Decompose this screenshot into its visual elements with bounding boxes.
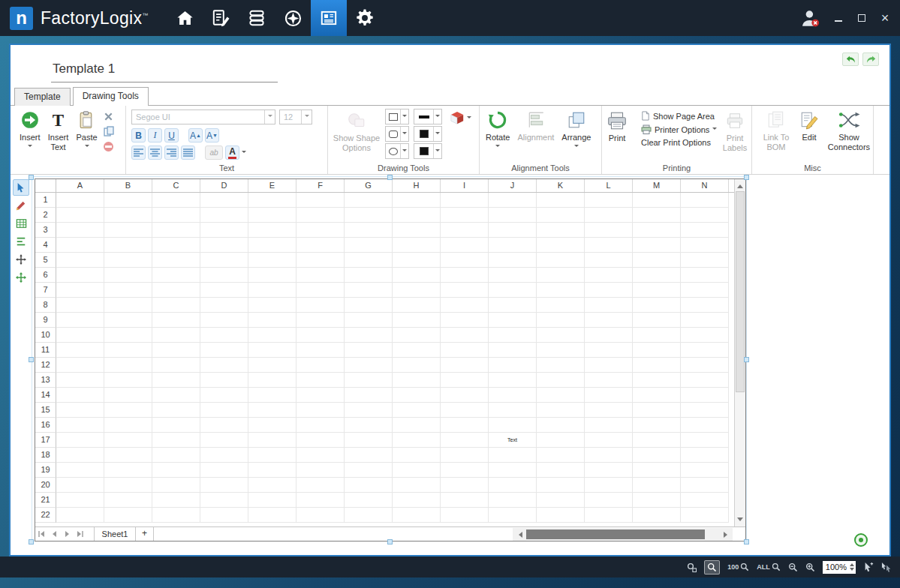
prev-sheet-button[interactable] — [48, 527, 61, 541]
row-header-8[interactable]: 8 — [35, 298, 56, 313]
zoom-out-button[interactable] — [788, 562, 798, 572]
cell-C9[interactable] — [152, 313, 200, 328]
cell-D7[interactable] — [200, 283, 248, 298]
cell-G15[interactable] — [345, 403, 393, 418]
cell-I12[interactable] — [441, 358, 489, 373]
align-left-button[interactable] — [131, 146, 146, 160]
cell-B12[interactable] — [104, 358, 152, 373]
column-header-K[interactable]: K — [537, 179, 585, 192]
horizontal-scrollbar[interactable] — [513, 528, 733, 541]
redo-button[interactable] — [862, 52, 879, 66]
first-sheet-button[interactable] — [35, 527, 48, 541]
cell-J13[interactable] — [489, 373, 537, 388]
cell-J4[interactable] — [489, 238, 537, 253]
cell-K4[interactable] — [537, 238, 585, 253]
cell-E2[interactable] — [248, 208, 296, 223]
text-object[interactable]: Text — [489, 433, 537, 448]
cell-G14[interactable] — [345, 388, 393, 403]
cell-K19[interactable] — [537, 463, 585, 478]
row-header-15[interactable]: 15 — [35, 403, 56, 418]
column-header-J[interactable]: J — [489, 179, 537, 192]
cell-C18[interactable] — [152, 448, 200, 463]
cell-I22[interactable] — [441, 508, 489, 523]
cell-L16[interactable] — [585, 418, 633, 433]
cell-B22[interactable] — [104, 508, 152, 523]
cell-C16[interactable] — [152, 418, 200, 433]
shrink-font-button[interactable]: A▼ — [205, 128, 219, 142]
grow-font-button[interactable]: A▲ — [188, 128, 203, 142]
cell-M5[interactable] — [633, 253, 681, 268]
cell-B3[interactable] — [104, 223, 152, 238]
select-all-corner[interactable] — [35, 179, 56, 192]
row-header-11[interactable]: 11 — [35, 343, 56, 358]
cell-L1[interactable] — [585, 193, 633, 208]
cell-J11[interactable] — [489, 343, 537, 358]
column-header-C[interactable]: C — [152, 179, 200, 192]
spreadsheet[interactable]: ABCDEFGHIJKLMN 1234567891011121314151617… — [35, 178, 746, 542]
user-logout-icon[interactable] — [799, 7, 821, 29]
cell-N7[interactable] — [681, 283, 729, 298]
cell-I6[interactable] — [441, 268, 489, 283]
cell-M11[interactable] — [633, 343, 681, 358]
cell-C5[interactable] — [152, 253, 200, 268]
cell-N16[interactable] — [681, 418, 729, 433]
cell-F15[interactable] — [296, 403, 345, 418]
rectangle-shape-select[interactable] — [385, 109, 409, 124]
template-title-field[interactable]: Template 1 — [51, 60, 278, 82]
insert-button[interactable]: Insert — [20, 109, 41, 149]
cell-F11[interactable] — [296, 343, 345, 358]
cell-E10[interactable] — [248, 328, 296, 343]
cell-L4[interactable] — [585, 238, 633, 253]
cell-B1[interactable] — [104, 193, 152, 208]
cell-J2[interactable] — [489, 208, 537, 223]
cell-C8[interactable] — [152, 298, 200, 313]
column-header-F[interactable]: F — [296, 179, 345, 192]
cell-A6[interactable] — [56, 268, 104, 283]
cell-M17[interactable] — [633, 433, 681, 448]
font-family-dropdown-arrow[interactable] — [264, 110, 275, 124]
cell-E13[interactable] — [248, 373, 296, 388]
bold-button[interactable]: B — [131, 128, 146, 142]
cell-D13[interactable] — [200, 373, 248, 388]
delete-button[interactable] — [103, 140, 115, 152]
cell-E7[interactable] — [248, 283, 296, 298]
cell-H16[interactable] — [393, 418, 441, 433]
cell-B6[interactable] — [104, 268, 152, 283]
cell-B18[interactable] — [104, 448, 152, 463]
ellipse-shape-select[interactable] — [385, 143, 409, 159]
cell-B5[interactable] — [104, 253, 152, 268]
cell-D20[interactable] — [200, 478, 248, 493]
cell-K20[interactable] — [537, 478, 585, 493]
cell-G16[interactable] — [345, 418, 393, 433]
cell-K17[interactable] — [537, 433, 585, 448]
cell-A4[interactable] — [56, 238, 104, 253]
cell-L15[interactable] — [585, 403, 633, 418]
cell-M4[interactable] — [633, 238, 681, 253]
font-size-dropdown-arrow[interactable] — [301, 110, 312, 124]
cell-D11[interactable] — [200, 343, 248, 358]
cell-I1[interactable] — [441, 193, 489, 208]
cell-K12[interactable] — [537, 358, 585, 373]
cell-L17[interactable] — [585, 433, 633, 448]
cell-L12[interactable] — [585, 358, 633, 373]
cell-L6[interactable] — [585, 268, 633, 283]
cell-E17[interactable] — [248, 433, 296, 448]
cell-D9[interactable] — [200, 313, 248, 328]
cell-C17[interactable] — [152, 433, 200, 448]
cell-F16[interactable] — [296, 418, 345, 433]
cell-C4[interactable] — [152, 238, 200, 253]
cell-G17[interactable] — [345, 433, 393, 448]
cell-A5[interactable] — [56, 253, 104, 268]
cell-G13[interactable] — [345, 373, 393, 388]
column-header-I[interactable]: I — [441, 179, 489, 192]
cell-I18[interactable] — [441, 448, 489, 463]
clear-print-options-button[interactable]: Clear Print Options — [641, 138, 717, 147]
cell-F21[interactable] — [296, 493, 345, 508]
cell-K5[interactable] — [537, 253, 585, 268]
row-header-19[interactable]: 19 — [35, 463, 56, 478]
cell-M14[interactable] — [633, 388, 681, 403]
cell-A20[interactable] — [56, 478, 104, 493]
cell-D1[interactable] — [200, 193, 248, 208]
cell-G12[interactable] — [345, 358, 393, 373]
cell-L13[interactable] — [585, 373, 633, 388]
